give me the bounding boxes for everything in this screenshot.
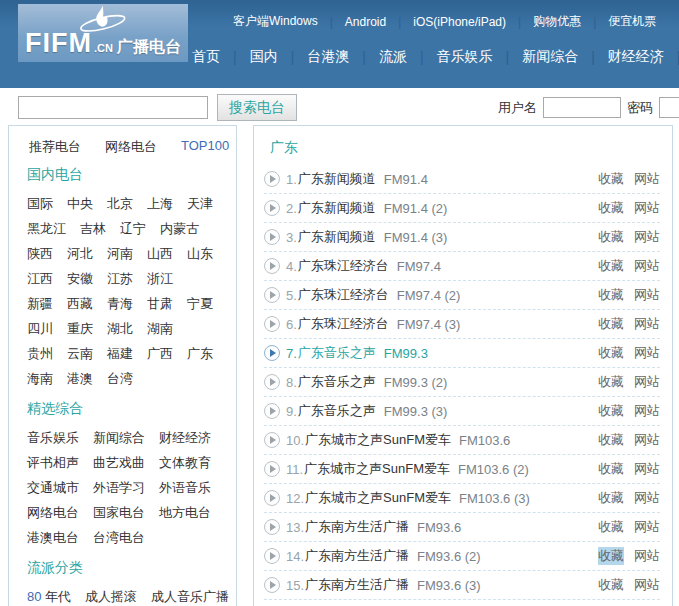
sidebar-link[interactable]: 外语学习 bbox=[93, 480, 145, 495]
website-link[interactable]: 网站 bbox=[634, 199, 660, 217]
nav-link-6[interactable]: 新闻综合 bbox=[522, 48, 578, 66]
sidebar-link[interactable]: 山西 bbox=[147, 246, 173, 261]
sidebar-link[interactable]: 新疆 bbox=[27, 296, 53, 311]
nav-link-1[interactable]: 首页 bbox=[192, 48, 220, 66]
sidebar-link[interactable]: 中央 bbox=[67, 196, 93, 211]
website-link[interactable]: 网站 bbox=[634, 257, 660, 275]
sidebar-tab-1[interactable]: 推荐电台 bbox=[29, 138, 81, 156]
site-logo[interactable]: FIFM .CN 广播电台 bbox=[18, 4, 188, 62]
play-icon[interactable] bbox=[264, 345, 280, 361]
sidebar-link[interactable]: 北京 bbox=[107, 196, 133, 211]
favorite-link[interactable]: 收藏 bbox=[598, 460, 624, 478]
sidebar-link[interactable]: 四川 bbox=[27, 321, 53, 336]
sidebar-link[interactable]: 评书相声 bbox=[27, 455, 79, 470]
sidebar-link[interactable]: 地方电台 bbox=[159, 505, 211, 520]
sidebar-link[interactable]: 西藏 bbox=[67, 296, 93, 311]
website-link[interactable]: 网站 bbox=[634, 431, 660, 449]
station-name[interactable]: 广东音乐之声 bbox=[298, 373, 376, 391]
play-icon[interactable] bbox=[264, 490, 280, 506]
sidebar-link[interactable]: 辽宁 bbox=[120, 221, 146, 236]
nav-link-4[interactable]: 流派 bbox=[379, 48, 407, 66]
favorite-link[interactable]: 收藏 bbox=[598, 170, 624, 188]
sidebar-link[interactable]: 新闻综合 bbox=[93, 430, 145, 445]
website-link[interactable]: 网站 bbox=[634, 315, 660, 333]
sidebar-link[interactable]: 吉林 bbox=[80, 221, 106, 236]
top-link-2[interactable]: Android bbox=[345, 15, 386, 29]
sidebar-link[interactable]: 河北 bbox=[67, 246, 93, 261]
sidebar-link[interactable]: 国际 bbox=[27, 196, 53, 211]
website-link[interactable]: 网站 bbox=[634, 518, 660, 536]
station-name[interactable]: 广东音乐之声 bbox=[298, 344, 376, 362]
sidebar-link[interactable]: 广西 bbox=[147, 346, 173, 361]
favorite-link[interactable]: 收藏 bbox=[598, 518, 624, 536]
sidebar-tab-2[interactable]: 网络电台 bbox=[105, 138, 157, 156]
sidebar-link[interactable]: 天津 bbox=[187, 196, 213, 211]
sidebar-link[interactable]: 云南 bbox=[67, 346, 93, 361]
sidebar-link[interactable]: 湖北 bbox=[107, 321, 133, 336]
favorite-link[interactable]: 收藏 bbox=[598, 315, 624, 333]
sidebar-link[interactable]: 重庆 bbox=[67, 321, 93, 336]
nav-link-2[interactable]: 国内 bbox=[250, 48, 278, 66]
sidebar-link[interactable]: 港澳电台 bbox=[27, 530, 79, 545]
nav-link-5[interactable]: 音乐娱乐 bbox=[437, 48, 493, 66]
favorite-link[interactable]: 收藏 bbox=[598, 489, 624, 507]
sidebar-link[interactable]: 成人摇滚 bbox=[85, 589, 137, 604]
station-name[interactable]: 广东城市之声SunFM爱车 bbox=[305, 431, 451, 449]
sidebar-link[interactable]: 福建 bbox=[107, 346, 133, 361]
station-name[interactable]: 广东珠江经济台 bbox=[298, 315, 389, 333]
nav-link-3[interactable]: 台港澳 bbox=[307, 48, 349, 66]
website-link[interactable]: 网站 bbox=[634, 344, 660, 362]
sidebar-link[interactable]: 河南 bbox=[107, 246, 133, 261]
favorite-link[interactable]: 收藏 bbox=[598, 402, 624, 420]
sidebar-link[interactable]: 宁夏 bbox=[187, 296, 213, 311]
sidebar-link[interactable]: 80 年代 bbox=[27, 589, 71, 604]
sidebar-link[interactable]: 贵州 bbox=[27, 346, 53, 361]
favorite-link[interactable]: 收藏 bbox=[598, 373, 624, 391]
play-icon[interactable] bbox=[264, 519, 280, 535]
favorite-link[interactable]: 收藏 bbox=[598, 257, 624, 275]
sidebar-link[interactable]: 网络电台 bbox=[27, 505, 79, 520]
station-name[interactable]: 广东新闻频道 bbox=[298, 170, 376, 188]
station-name[interactable]: 广东珠江经济台 bbox=[298, 286, 389, 304]
sidebar-link[interactable]: 台湾 bbox=[107, 371, 133, 386]
play-icon[interactable] bbox=[264, 287, 280, 303]
sidebar-link[interactable]: 安徽 bbox=[67, 271, 93, 286]
play-icon[interactable] bbox=[264, 229, 280, 245]
sidebar-link[interactable]: 江西 bbox=[27, 271, 53, 286]
favorite-link[interactable]: 收藏 bbox=[598, 344, 624, 362]
sidebar-link[interactable]: 外语音乐 bbox=[159, 480, 211, 495]
top-link-3[interactable]: iOS(iPhone/iPad) bbox=[413, 15, 506, 29]
station-name[interactable]: 广东南方生活广播 bbox=[305, 576, 409, 594]
sidebar-link[interactable]: 内蒙古 bbox=[160, 221, 199, 236]
sidebar-link[interactable]: 上海 bbox=[147, 196, 173, 211]
username-input[interactable] bbox=[543, 97, 621, 118]
favorite-link[interactable]: 收藏 bbox=[598, 286, 624, 304]
sidebar-link[interactable]: 海南 bbox=[27, 371, 53, 386]
top-link-5[interactable]: 便宜机票 bbox=[608, 13, 656, 30]
sidebar-link[interactable]: 财经经济 bbox=[159, 430, 211, 445]
sidebar-link[interactable]: 甘肃 bbox=[147, 296, 173, 311]
play-icon[interactable] bbox=[264, 403, 280, 419]
station-name[interactable]: 广东城市之声SunFM爱车 bbox=[305, 489, 451, 507]
password-input[interactable] bbox=[659, 97, 679, 118]
sidebar-link[interactable]: 音乐娱乐 bbox=[27, 430, 79, 445]
play-icon[interactable] bbox=[264, 432, 280, 448]
sidebar-tab-3[interactable]: TOP100 bbox=[181, 138, 229, 156]
sidebar-link[interactable]: 港澳 bbox=[67, 371, 93, 386]
website-link[interactable]: 网站 bbox=[634, 373, 660, 391]
sidebar-link[interactable]: 文体教育 bbox=[159, 455, 211, 470]
website-link[interactable]: 网站 bbox=[634, 576, 660, 594]
play-icon[interactable] bbox=[264, 171, 280, 187]
favorite-link[interactable]: 收藏 bbox=[598, 576, 624, 594]
sidebar-link[interactable]: 台湾电台 bbox=[93, 530, 145, 545]
station-name[interactable]: 广东新闻频道 bbox=[298, 228, 376, 246]
website-link[interactable]: 网站 bbox=[634, 286, 660, 304]
website-link[interactable]: 网站 bbox=[634, 460, 660, 478]
sidebar-link[interactable]: 国家电台 bbox=[93, 505, 145, 520]
website-link[interactable]: 网站 bbox=[634, 170, 660, 188]
favorite-link[interactable]: 收藏 bbox=[598, 547, 624, 565]
website-link[interactable]: 网站 bbox=[634, 228, 660, 246]
sidebar-link[interactable]: 江苏 bbox=[107, 271, 133, 286]
sidebar-link[interactable]: 青海 bbox=[107, 296, 133, 311]
sidebar-link[interactable]: 交通城市 bbox=[27, 480, 79, 495]
